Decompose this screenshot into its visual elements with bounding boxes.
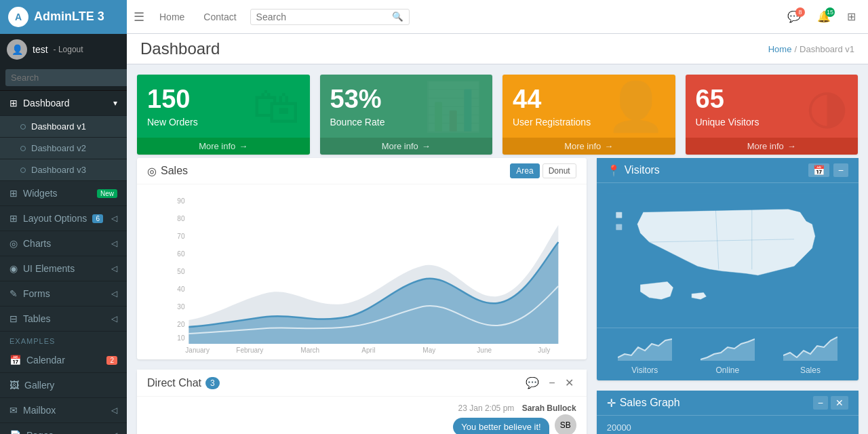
apps-button[interactable]: ⊞ xyxy=(842,6,861,27)
sidebar-item-forms[interactable]: ✎ Forms ◁ xyxy=(0,281,127,307)
stat-footer-registrations[interactable]: More info → xyxy=(502,138,675,155)
tables-icon: ⊟ xyxy=(9,313,18,324)
sidebar-item-charts[interactable]: ◎ Charts ◁ xyxy=(0,231,127,256)
stat-value-bounce: 53% xyxy=(330,85,385,114)
calendar-icon: 📅 xyxy=(9,355,21,366)
breadcrumb-separator: / xyxy=(794,44,797,54)
search-input[interactable] xyxy=(256,12,392,22)
avatar: 👤 xyxy=(7,39,27,60)
donut-button[interactable]: Donut xyxy=(542,163,576,178)
sidebar-item-calendar[interactable]: 📅 Calendar 2 xyxy=(0,348,127,373)
chat-bubble: You better believe it! xyxy=(453,418,549,434)
content-header: Dashboard Home / Dashboard v1 xyxy=(127,34,868,64)
sales-graph-box: ✛ Sales Graph − ✕ 20000 xyxy=(597,391,859,434)
sidebar-item-tables[interactable]: ⊟ Tables ◁ xyxy=(0,307,127,332)
stat-footer-bounce[interactable]: More info → xyxy=(320,138,493,155)
dot-icon xyxy=(20,124,26,130)
map-pin-icon: 📍 xyxy=(607,164,620,177)
svg-text:50: 50 xyxy=(177,268,185,275)
main-wrapper: 👤 test - Logout 🔍 ⊞ Dashboard ▾ Dashboar… xyxy=(0,34,868,434)
move-icon: ✛ xyxy=(607,397,616,410)
stat-box-orders[interactable]: 150 New Orders 🛍 More info → xyxy=(137,75,310,155)
sidebar-item-ui-elements[interactable]: ◉ UI Elements ◁ xyxy=(0,256,127,281)
svg-text:90: 90 xyxy=(177,197,185,205)
dashboard-icon: ⊞ xyxy=(9,98,18,108)
breadcrumb-home[interactable]: Home xyxy=(768,44,792,54)
ui-icon: ◉ xyxy=(9,263,18,274)
chat-comment-button[interactable]: 💬 xyxy=(523,375,542,391)
chat-tools: 💬 − ✕ xyxy=(523,375,576,391)
sidebar-item-pages[interactable]: 📄 Pages ◁ xyxy=(0,423,127,434)
sales-chart-title: ◎ Sales xyxy=(147,165,188,178)
forms-icon: ✎ xyxy=(9,288,18,299)
chat-message: 23 Jan 2:05 pm Sarah Bullock You better … xyxy=(147,403,576,434)
toggle-sidebar-button[interactable]: ☰ xyxy=(127,5,151,28)
app-name: AdminLTE 3 xyxy=(34,9,104,24)
chevron-icon: ◁ xyxy=(111,431,117,434)
user-label[interactable]: test xyxy=(33,44,48,55)
stat-value-registrations: 44 xyxy=(513,85,591,114)
stat-label-visitors: Unique Visitors xyxy=(696,117,760,127)
chat-right-bubble: You better believe it! SB xyxy=(147,414,576,434)
gallery-icon: 🖼 xyxy=(9,380,19,391)
charts-icon: ◎ xyxy=(9,238,18,249)
sidebar-item-label: Tables xyxy=(23,313,50,324)
layout-badge: 6 xyxy=(92,214,103,223)
v-stat-online-label: Online xyxy=(686,366,769,375)
chevron-icon: ▾ xyxy=(113,98,117,108)
area-button[interactable]: Area xyxy=(510,163,539,178)
sidebar-item-dashboard[interactable]: ⊞ Dashboard ▾ xyxy=(0,91,127,116)
sidebar-item-widgets[interactable]: ⊞ Widgets New xyxy=(0,181,127,206)
svg-text:80: 80 xyxy=(177,215,185,222)
sidebar-item-mailbox[interactable]: ✉ Mailbox ◁ xyxy=(0,398,127,423)
contact-link[interactable]: Contact xyxy=(195,7,244,26)
stat-box-visitors[interactable]: 65 Unique Visitors ◑ More info → xyxy=(686,75,859,155)
stat-box-registrations[interactable]: 44 User Registrations 👤 More info → xyxy=(502,75,675,155)
svg-rect-20 xyxy=(616,212,622,218)
sales-graph-title: ✛ Sales Graph xyxy=(607,397,680,410)
chevron-icon: ◁ xyxy=(111,239,117,248)
top-right-actions: 💬 8 🔔 15 ⊞ xyxy=(782,6,861,27)
notifications-button[interactable]: 🔔 15 xyxy=(812,6,836,27)
svg-text:20: 20 xyxy=(177,321,185,328)
chart-icon: ◎ xyxy=(147,165,157,178)
sidebar-subitem-dashboard-v2[interactable]: Dashboard v2 xyxy=(0,138,127,159)
stats-row: 150 New Orders 🛍 More info → 53% Bounce … xyxy=(127,64,868,158)
sidebar-item-gallery[interactable]: 🖼 Gallery xyxy=(0,373,127,398)
sidebar-item-label: Calendar xyxy=(26,355,65,366)
visitors-box: 📍 Visitors 📅 − xyxy=(597,158,859,380)
sidebar-item-label: Gallery xyxy=(24,380,54,391)
stat-footer-orders[interactable]: More info → xyxy=(137,138,310,155)
svg-text:60: 60 xyxy=(177,250,185,258)
sales-graph-remove-button[interactable]: ✕ xyxy=(831,396,848,410)
chat-badge: 3 xyxy=(205,377,220,389)
sidebar-search-area: 🔍 xyxy=(0,65,127,91)
chevron-icon: ◁ xyxy=(111,264,117,273)
logout-link[interactable]: - Logout xyxy=(54,45,83,54)
chat-header: Direct Chat 3 💬 − ✕ xyxy=(137,370,587,397)
sales-graph-minimize-button[interactable]: − xyxy=(813,396,828,410)
stat-footer-visitors[interactable]: More info → xyxy=(686,138,859,155)
sidebar-subitem-dashboard-v1[interactable]: Dashboard v1 xyxy=(0,116,127,138)
chevron-icon: ◁ xyxy=(111,289,117,298)
sidebar-search-input[interactable] xyxy=(5,69,127,86)
sales-graph-body: 20000 xyxy=(597,416,859,434)
visitors-calendar-button[interactable]: 📅 xyxy=(808,163,829,177)
sales-chart-tools: Area Donut xyxy=(510,163,576,178)
visitors-mini-chart xyxy=(618,334,672,361)
sidebar-item-label: Dashboard v2 xyxy=(31,143,86,153)
visitors-title: 📍 Visitors xyxy=(607,164,660,177)
visitors-minimize-button[interactable]: − xyxy=(833,163,848,177)
search-button[interactable]: 🔍 xyxy=(392,12,403,22)
sidebar-item-label: Widgets xyxy=(23,188,58,199)
map-container xyxy=(597,183,859,328)
chat-close-button[interactable]: ✕ xyxy=(562,375,576,391)
stat-box-bounce[interactable]: 53% Bounce Rate 📊 More info → xyxy=(320,75,493,155)
sidebar-item-label: Dashboard v1 xyxy=(31,121,86,132)
home-link[interactable]: Home xyxy=(151,7,193,26)
sidebar-item-layout[interactable]: ⊞ Layout Options 6 ◁ xyxy=(0,206,127,231)
v-stat-visitors-label: Visitors xyxy=(604,366,686,375)
sidebar-subitem-dashboard-v3[interactable]: Dashboard v3 xyxy=(0,159,127,181)
messages-button[interactable]: 💬 8 xyxy=(782,6,806,27)
chat-minimize-button[interactable]: − xyxy=(546,376,557,391)
